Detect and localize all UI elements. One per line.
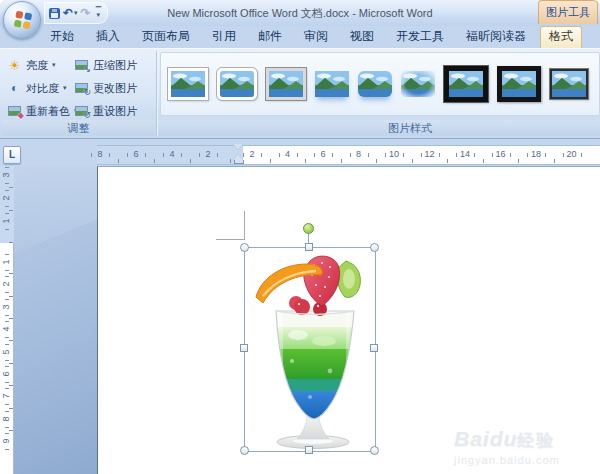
picture-styles-gallery[interactable] [160, 52, 600, 116]
button-label: 压缩图片 [93, 58, 137, 73]
ruler-number: 2 [249, 149, 254, 159]
resize-handle-bottom-left[interactable] [240, 446, 249, 455]
picture-style-reflected-rectangle[interactable] [315, 71, 349, 97]
tab-引用[interactable]: 引用 [204, 26, 244, 48]
亮度-button[interactable]: 亮度▾ [7, 56, 78, 74]
redo-button[interactable]: ↷ [81, 5, 91, 21]
window-title: New Microsoft Office Word 文档.docx - Micr… [120, 6, 480, 21]
resize-handle-bottom-center[interactable] [305, 446, 313, 454]
picture-style-black-frame-white-inset[interactable] [444, 66, 488, 102]
group-separator [156, 51, 157, 136]
cocktail-image[interactable] [250, 251, 376, 451]
tab-审阅[interactable]: 审阅 [296, 26, 336, 48]
ruler-number: 6 [133, 149, 138, 159]
undo-dropdown-icon[interactable]: ▾ [74, 5, 78, 21]
ruler-number: 8 [97, 149, 102, 159]
tab-stop-selector-button[interactable]: L [3, 146, 21, 164]
adjust-group-label: 调整 [2, 120, 155, 136]
hanging-indent-marker[interactable] [233, 154, 243, 160]
picture-style-simple-white-frame[interactable] [168, 68, 208, 100]
ruler-number: 8 [1, 414, 11, 424]
dropdown-caret-icon: ▾ [52, 61, 56, 69]
重新着色-button[interactable]: ◆重新着色▾ [7, 102, 78, 120]
picture-styles-group: 图片样式 [158, 50, 600, 136]
ruler-number: 8 [356, 149, 361, 159]
ruler-number: 9 [1, 436, 11, 446]
picture-style-reflected-rounded-rectangle[interactable] [358, 71, 392, 97]
ruler-number: 2 [205, 149, 210, 159]
ruler-number: 2 [1, 279, 11, 289]
ruler-number: 3 [1, 302, 11, 312]
first-line-indent-marker[interactable] [233, 144, 243, 150]
save-icon [49, 8, 60, 19]
对比度-button[interactable]: 对比度▾ [7, 79, 78, 97]
resize-handle-top-left[interactable] [240, 243, 249, 252]
ribbon-tab-row: 开始插入页面布局引用邮件审阅视图开发工具福昕阅读器格式 [0, 26, 600, 48]
ruler-number: 12 [424, 149, 434, 159]
tab-格式[interactable]: 格式 [540, 26, 582, 48]
picture-style-moderate-dark-frame[interactable] [550, 69, 588, 99]
tab-福昕阅读器[interactable]: 福昕阅读器 [458, 26, 534, 48]
picture-style-rounded-white-frame[interactable] [217, 68, 257, 100]
resize-handle-bottom-right[interactable] [370, 446, 379, 455]
resize-handle-top-center[interactable] [305, 243, 313, 251]
title-bar: ↶▾ ↷ ▔▾ New Microsoft Office Word 文档.doc… [0, 0, 600, 26]
button-label: 对比度 [26, 81, 59, 96]
vertical-ruler[interactable]: 321123456789 [0, 166, 14, 474]
office-logo-icon [14, 11, 33, 30]
button-label: 重新着色 [26, 104, 70, 119]
customize-quick-access-button[interactable]: ▔▾ [96, 9, 101, 17]
ruler-number: 14 [460, 149, 470, 159]
workspace-gradient [0, 166, 110, 286]
picture-style-soft-edge-rectangle[interactable] [401, 71, 435, 97]
ruler-number: 6 [1, 369, 11, 379]
压缩图片-button[interactable]: ↘压缩图片 [74, 56, 137, 74]
tab-开发工具[interactable]: 开发工具 [388, 26, 452, 48]
ruler-number: 2 [1, 193, 11, 203]
ruler-number: 16 [495, 149, 505, 159]
document-page[interactable]: Baidu经验 jingyan.baidu.com [97, 166, 600, 474]
重设图片-button[interactable]: ↺重设图片 [74, 102, 137, 120]
text-cursor-mark [244, 211, 245, 240]
resize-handle-middle-right[interactable] [370, 344, 378, 352]
picture-styles-group-label: 图片样式 [158, 120, 600, 136]
horizontal-ruler[interactable]: 86422468101214161820 [97, 145, 600, 165]
ruler-number: 1 [1, 216, 11, 226]
tab-视图[interactable]: 视图 [342, 26, 382, 48]
tab-邮件[interactable]: 邮件 [250, 26, 290, 48]
tab-页面布局[interactable]: 页面布局 [134, 26, 198, 48]
rotation-handle[interactable] [303, 223, 314, 234]
更改图片-button[interactable]: ↻更改图片 [74, 79, 137, 97]
tab-开始[interactable]: 开始 [42, 26, 82, 48]
resize-handle-middle-left[interactable] [240, 344, 248, 352]
reset-picture-icon: ↺ [74, 104, 89, 118]
picture-style-simple-black-frame[interactable] [497, 66, 541, 102]
document-workspace: 321123456789 [0, 166, 600, 474]
ruler-number: 4 [169, 149, 174, 159]
picture-style-metal-frame[interactable] [266, 68, 306, 100]
tab-插入[interactable]: 插入 [88, 26, 128, 48]
ruler-number: 10 [389, 149, 399, 159]
ruler-number: 6 [320, 149, 325, 159]
ruler-number: 1 [1, 257, 11, 267]
ribbon: 亮度▾对比度▾◆重新着色▾ ↘压缩图片↻更改图片↺重设图片 调整 [0, 48, 600, 139]
dropdown-caret-icon: ▾ [63, 84, 67, 92]
save-button[interactable] [49, 5, 60, 21]
recolor-icon: ◆ [7, 104, 22, 118]
redo-icon: ↷ [81, 5, 91, 21]
resize-handle-top-right[interactable] [370, 243, 379, 252]
text-cursor-mark [216, 239, 245, 240]
undo-button[interactable]: ↶▾ [63, 5, 78, 21]
ruler-number: 7 [1, 391, 11, 401]
fruit-garnish [256, 256, 360, 316]
ruler-number: 18 [531, 149, 541, 159]
compress-picture-icon: ↘ [74, 58, 89, 72]
brightness-icon [7, 58, 22, 72]
adjust-group: 亮度▾对比度▾◆重新着色▾ ↘压缩图片↻更改图片↺重设图片 调整 [2, 50, 155, 136]
ruler-number: 4 [1, 324, 11, 334]
ruler-row: L 86422468101214161820 [0, 140, 600, 166]
office-button[interactable] [3, 1, 41, 39]
button-label: 更改图片 [93, 81, 137, 96]
left-indent-marker[interactable] [234, 160, 244, 164]
undo-icon: ↶ [63, 5, 73, 21]
